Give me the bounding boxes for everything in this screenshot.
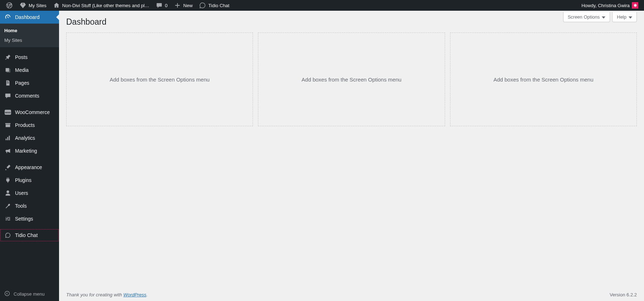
multisite-icon (19, 2, 26, 9)
footer-thanks: Thank you for creating with WordPress. (66, 292, 148, 297)
admin-bar-right: Howdy, Christina Gwira ✱ (579, 0, 641, 11)
sidebar-comments-label: Comments (15, 93, 39, 99)
sidebar-item-posts[interactable]: Posts (0, 51, 59, 64)
sidebar-analytics-label: Analytics (15, 135, 35, 141)
home-icon (53, 2, 60, 9)
my-sites-label: My Sites (29, 3, 47, 8)
sidebar-item-media[interactable]: Media (0, 64, 59, 77)
plus-icon (174, 2, 181, 9)
tidio-menu[interactable]: Tidio Chat (196, 0, 232, 11)
plugin-icon (4, 177, 11, 184)
comment-icon (156, 2, 163, 9)
dropzone-text: Add boxes from the Screen Options menu (302, 77, 401, 83)
new-menu[interactable]: New (171, 0, 195, 11)
woocommerce-icon: woo (4, 109, 11, 116)
sidebar-appearance-label: Appearance (15, 164, 42, 170)
comments-count: 0 (165, 3, 167, 8)
submenu-my-sites[interactable]: My Sites (0, 35, 59, 45)
dashboard-submenu: Home My Sites (0, 24, 59, 47)
chat-icon (199, 2, 206, 9)
help-button[interactable]: Help (612, 12, 637, 22)
collapse-icon (4, 291, 10, 297)
wordpress-icon (6, 2, 13, 9)
tidio-label: Tidio Chat (208, 3, 229, 8)
svg-point-0 (5, 291, 10, 296)
sidebar-item-tidio[interactable]: Tidio Chat (0, 229, 59, 242)
dashboard-icon (4, 14, 11, 21)
sidebar-marketing-label: Marketing (15, 148, 37, 154)
submenu-home[interactable]: Home (0, 26, 59, 35)
sidebar-tools-label: Tools (15, 203, 27, 209)
site-name-menu[interactable]: Non-Divi Stuff (Like other themes and pl… (50, 0, 152, 11)
sidebar-item-comments[interactable]: Comments (0, 89, 59, 102)
sidebar-item-appearance[interactable]: Appearance (0, 161, 59, 174)
comments-icon (4, 92, 11, 99)
page-icon (4, 79, 11, 87)
sidebar-tidio-label: Tidio Chat (15, 232, 38, 238)
footer: Thank you for creating with WordPress. V… (66, 292, 637, 297)
sidebar-users-label: Users (15, 190, 28, 196)
footer-version: Version 6.2.2 (610, 292, 637, 297)
sidebar-dashboard-label: Dashboard (15, 14, 40, 20)
sidebar-woocommerce-label: WooCommerce (15, 109, 50, 115)
admin-bar: My Sites Non-Divi Stuff (Like other them… (0, 0, 644, 11)
megaphone-icon (4, 147, 11, 154)
sidebar-item-marketing[interactable]: Marketing (0, 144, 59, 157)
site-name-label: Non-Divi Stuff (Like other themes and pl… (62, 3, 149, 8)
brush-icon (4, 164, 11, 171)
sidebar-item-analytics[interactable]: Analytics (0, 132, 59, 144)
sidebar-item-tools[interactable]: Tools (0, 199, 59, 212)
chevron-down-icon (629, 14, 632, 20)
new-label: New (183, 3, 192, 8)
dashboard-widgets: Add boxes from the Screen Options menu A… (66, 33, 637, 126)
collapse-label: Collapse menu (14, 291, 45, 297)
sidebar-item-woocommerce[interactable]: woo WooCommerce (0, 106, 59, 119)
tidio-icon (4, 232, 11, 239)
sidebar-plugins-label: Plugins (15, 177, 31, 183)
user-icon (4, 189, 11, 197)
current-arrow-icon (56, 14, 59, 20)
dash-dropzone-3[interactable]: Add boxes from the Screen Options menu (450, 33, 637, 126)
dropzone-text: Add boxes from the Screen Options menu (110, 77, 210, 83)
screen-options-label: Screen Options (568, 14, 600, 20)
help-label: Help (617, 14, 626, 20)
sidebar-products-label: Products (15, 122, 35, 128)
sidebar-item-pages[interactable]: Pages (0, 77, 59, 89)
wrench-icon (4, 202, 11, 209)
sidebar-item-plugins[interactable]: Plugins (0, 174, 59, 187)
sidebar-item-users[interactable]: Users (0, 187, 59, 199)
admin-sidebar: Dashboard Home My Sites Posts Media Page… (0, 11, 59, 301)
my-sites-menu[interactable]: My Sites (16, 0, 49, 11)
sidebar-item-settings[interactable]: Settings (0, 212, 59, 225)
comments-menu[interactable]: 0 (153, 0, 170, 11)
avatar: ✱ (632, 2, 638, 9)
chevron-down-icon (602, 14, 605, 20)
dash-dropzone-1[interactable]: Add boxes from the Screen Options menu (66, 33, 253, 126)
content-area: Screen Options Help Dashboard Add boxes … (59, 11, 644, 301)
sidebar-pages-label: Pages (15, 80, 29, 86)
admin-bar-left: My Sites Non-Divi Stuff (Like other them… (3, 0, 232, 11)
media-icon (4, 66, 11, 74)
dash-dropzone-2[interactable]: Add boxes from the Screen Options menu (258, 33, 445, 126)
dropzone-text: Add boxes from the Screen Options menu (493, 77, 593, 83)
analytics-icon (4, 134, 11, 142)
products-icon (4, 122, 11, 129)
screen-options-button[interactable]: Screen Options (563, 12, 610, 22)
pin-icon (4, 54, 11, 61)
sidebar-posts-label: Posts (15, 54, 28, 60)
howdy-text: Howdy, Christina Gwira (581, 3, 630, 8)
sliders-icon (4, 215, 11, 222)
wordpress-link[interactable]: WordPress (123, 292, 146, 297)
page-title: Dashboard (66, 11, 637, 30)
collapse-menu[interactable]: Collapse menu (0, 287, 59, 301)
top-controls: Screen Options Help (563, 12, 637, 22)
account-menu[interactable]: Howdy, Christina Gwira ✱ (579, 0, 641, 11)
sidebar-item-dashboard[interactable]: Dashboard (0, 11, 59, 24)
sidebar-media-label: Media (15, 67, 29, 73)
sidebar-settings-label: Settings (15, 216, 33, 222)
wp-logo-menu[interactable] (3, 0, 16, 11)
sidebar-item-products[interactable]: Products (0, 119, 59, 132)
